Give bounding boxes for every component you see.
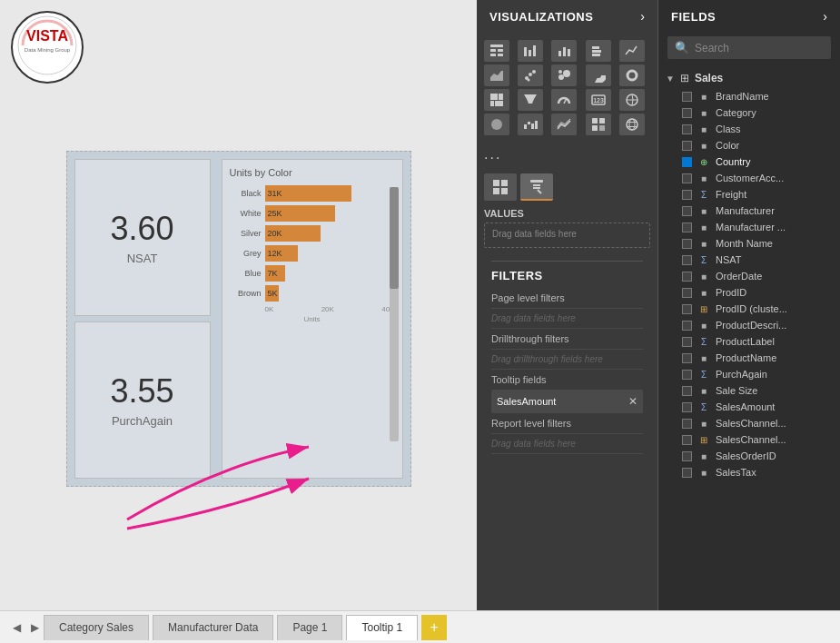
viz-icon-area[interactable] <box>484 64 509 86</box>
viz-icon-bar[interactable] <box>518 40 543 62</box>
field-item[interactable]: ■ BrandName <box>666 88 833 104</box>
svg-rect-6 <box>490 49 496 52</box>
viz-icon-table[interactable] <box>484 40 509 62</box>
search-input[interactable] <box>695 42 831 54</box>
viz-icon-scatter[interactable] <box>518 64 543 86</box>
bar-fill: 7K <box>265 265 285 282</box>
field-item[interactable]: ■ Class <box>666 121 833 137</box>
field-checkbox <box>682 337 692 347</box>
fields-panel-chevron[interactable]: › <box>823 9 827 24</box>
content-area: VISTA Data Mining Group 3.60 NSAT <box>0 0 840 610</box>
bar-row: Grey 12K <box>230 245 377 262</box>
field-item[interactable]: ■ ProdID <box>666 284 833 301</box>
field-item[interactable]: ■ Category <box>666 104 833 121</box>
tab-item[interactable]: Manufacturer Data <box>153 615 273 640</box>
viz-icon-card[interactable]: 123 <box>586 89 611 111</box>
field-name: PurchAgain <box>716 369 767 380</box>
viz-icon-treemap[interactable] <box>484 89 509 111</box>
field-name: ProductName <box>716 352 776 363</box>
viz-icon-gauge[interactable] <box>551 89 577 111</box>
field-item[interactable]: Σ PurchAgain <box>666 366 833 382</box>
field-checkbox <box>682 239 692 249</box>
filters-list: Page level filtersDrag data fields hereD… <box>491 288 643 454</box>
field-item[interactable]: ■ CustomerAcc... <box>666 170 833 186</box>
bar-container: 12K <box>265 245 377 262</box>
viz-icon-waterfall[interactable] <box>518 114 543 135</box>
viz-icon-ribbon[interactable] <box>551 114 577 135</box>
chart-scrollbar[interactable] <box>390 187 399 441</box>
field-item[interactable]: ■ SalesChannel... <box>666 415 833 431</box>
text-icon: ■ <box>697 141 710 151</box>
viz-more[interactable]: ... <box>477 143 657 166</box>
text-icon: ■ <box>697 108 710 118</box>
field-item[interactable]: Σ Freight <box>666 186 833 203</box>
main-container: VISTA Data Mining Group 3.60 NSAT <box>0 0 840 643</box>
bar-value: 25K <box>268 209 282 218</box>
tab-prev-btn[interactable]: ◀ <box>7 617 25 638</box>
field-item[interactable]: ⊞ ProdID (cluste... <box>666 301 833 317</box>
field-item[interactable]: ■ Sale Size <box>666 382 833 399</box>
field-item[interactable]: ■ Manufacturer ... <box>666 219 833 235</box>
viz-icon-bubble[interactable] <box>551 64 577 86</box>
field-group-sales[interactable]: ▼ ⊞ Sales <box>666 66 833 88</box>
active-filter-item[interactable]: SalesAmount✕ <box>491 391 643 413</box>
viz-icon-stacked-bar[interactable] <box>586 40 611 62</box>
field-item[interactable]: Σ ProductLabel <box>666 333 833 350</box>
field-checkbox <box>682 124 692 134</box>
field-item[interactable]: ■ ProductName <box>666 350 833 366</box>
field-checkbox <box>682 353 692 363</box>
svg-text:Data Mining Group: Data Mining Group <box>25 47 71 53</box>
viz-field-tab-format[interactable] <box>520 173 553 201</box>
tab-next-btn[interactable]: ▶ <box>25 617 44 638</box>
viz-icon-funnel[interactable] <box>518 89 543 111</box>
field-item[interactable]: ⊞ SalesChannel... <box>666 431 833 448</box>
viz-icon-matrix[interactable] <box>586 114 611 135</box>
filter-close-icon[interactable]: ✕ <box>628 395 637 408</box>
field-item[interactable]: ■ ProductDescri... <box>666 317 833 333</box>
field-item[interactable]: Σ SalesAmount <box>666 399 833 415</box>
field-checkbox <box>682 190 692 200</box>
chart-title: Units by Color <box>230 167 395 178</box>
filters-title: FILTERS <box>491 261 643 288</box>
field-item[interactable]: ■ SalesTax <box>666 464 833 480</box>
field-checkbox <box>682 321 692 331</box>
svg-rect-32 <box>490 94 498 100</box>
tab-item[interactable]: Page 1 <box>277 615 342 640</box>
field-name: Country <box>716 156 751 167</box>
viz-icons-grid: 123 <box>477 33 657 143</box>
viz-icon-pie[interactable] <box>586 64 611 86</box>
svg-rect-19 <box>598 50 601 53</box>
tab-item[interactable]: Tooltip 1 <box>346 615 418 640</box>
fields-search-box[interactable]: 🔍 <box>667 36 831 59</box>
field-checkbox <box>682 370 692 380</box>
tab-add-btn[interactable]: + <box>421 615 447 640</box>
text-icon: ■ <box>697 468 710 478</box>
field-item[interactable]: ■ Manufacturer <box>666 203 833 219</box>
field-item[interactable]: ■ OrderDate <box>666 268 833 284</box>
bar-fill: 25K <box>265 205 335 222</box>
svg-point-31 <box>630 74 634 77</box>
svg-rect-7 <box>498 49 503 52</box>
values-drop-zone[interactable]: Drag data fields here <box>484 223 650 248</box>
filter-drop-zone[interactable]: Drag data fields here <box>491 309 643 329</box>
fields-panel-header: FIELDS › <box>658 0 840 33</box>
viz-icon-globe[interactable] <box>619 114 645 135</box>
field-item[interactable]: ■ Color <box>666 137 833 153</box>
field-item[interactable]: ⊕ Country <box>666 153 833 170</box>
viz-icon-filled-map[interactable] <box>484 114 509 135</box>
filter-drop-zone[interactable]: Drag data fields here <box>491 434 643 454</box>
filter-drop-zone[interactable]: Drag drillthrough fields here <box>491 350 643 370</box>
viz-panel-chevron[interactable]: › <box>640 9 645 24</box>
field-name: Category <box>716 107 756 118</box>
viz-icon-column[interactable] <box>551 40 577 62</box>
viz-icon-donut[interactable] <box>619 64 645 86</box>
tab-item[interactable]: Category Sales <box>44 615 149 640</box>
field-item[interactable]: Σ NSAT <box>666 252 833 268</box>
field-checkbox <box>682 288 692 298</box>
viz-field-tab-fields[interactable] <box>484 173 517 201</box>
text-icon: ■ <box>697 386 710 396</box>
field-item[interactable]: ■ SalesOrderID <box>666 448 833 464</box>
viz-icon-map[interactable] <box>619 89 645 111</box>
viz-icon-line[interactable] <box>619 40 645 62</box>
field-item[interactable]: ■ Month Name <box>666 235 833 252</box>
